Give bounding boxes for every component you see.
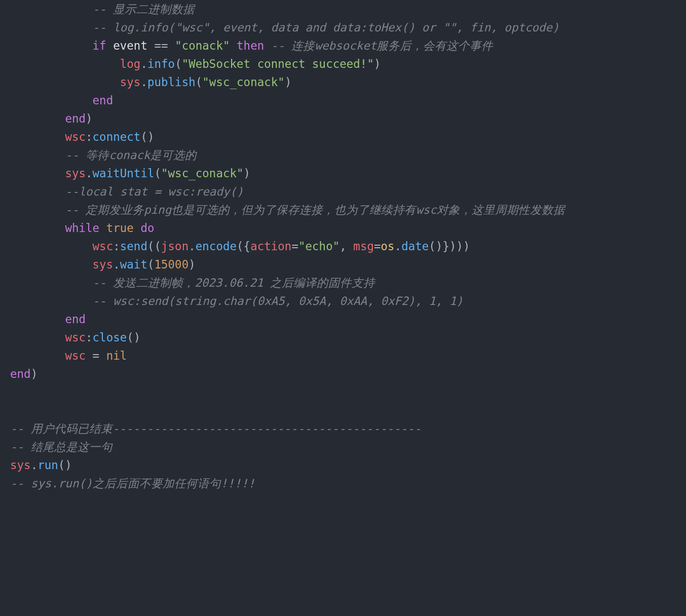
- code-comment: --local stat = wsc:ready(): [10, 185, 244, 198]
- code-line: sys.publish("wsc_conack"): [10, 75, 291, 89]
- code-comment: -- sys.run()之后后面不要加任何语句!!!!!: [10, 477, 255, 490]
- code-comment: -- 用户代码已结束------------------------------…: [10, 422, 421, 435]
- code-comment: -- 发送二进制帧，2023.06.21 之后编译的固件支持: [10, 276, 375, 289]
- code-line: while true do: [10, 221, 154, 235]
- code-comment: -- wsc:send(string.char(0xA5, 0x5A, 0xAA…: [10, 294, 463, 307]
- code-line: wsc = nil: [10, 349, 127, 362]
- code-line: end: [10, 94, 113, 107]
- code-line: sys.run(): [10, 458, 72, 472]
- code-line: sys.wait(15000): [10, 258, 196, 271]
- code-comment: -- 结尾总是这一句: [10, 440, 112, 453]
- code-line: wsc:send((json.encode({action="echo", ms…: [10, 240, 470, 253]
- code-line: end): [10, 112, 93, 125]
- code-comment: -- 显示二进制数据: [10, 3, 195, 16]
- code-comment: -- 定期发业务ping也是可选的，但为了保存连接，也为了继续持有wsc对象，这…: [10, 203, 565, 216]
- code-comment: -- log.info("wsc", event, data and data:…: [10, 21, 559, 34]
- code-editor[interactable]: -- 显示二进制数据 -- log.info("wsc", event, dat…: [0, 0, 686, 503]
- code-line: wsc:close(): [10, 331, 140, 344]
- code-line: wsc:connect(): [10, 130, 154, 143]
- code-line: log.info("WebSocket connect succeed!"): [10, 57, 381, 70]
- code-line: sys.waitUntil("wsc_conack"): [10, 167, 250, 180]
- code-line: end: [10, 313, 86, 326]
- code-line: if event == "conack" then -- 连接websocket…: [10, 39, 493, 52]
- code-line: end): [10, 367, 37, 380]
- code-comment: -- 等待conack是可选的: [10, 148, 197, 162]
